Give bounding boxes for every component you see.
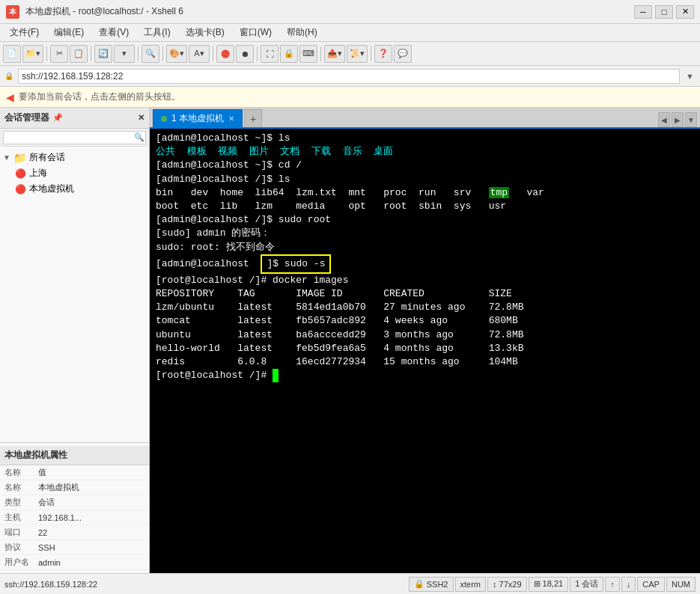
color-dropdown[interactable]: 🎨▾ [166,45,187,63]
hintbar: ◀ 要添加当前会话，点击左侧的箭头按钮。 [0,87,700,108]
transfer-dropdown[interactable]: 📤▾ [324,45,345,63]
prop-val-username: admin [34,555,149,570]
prop-val-host: 192.168.1... [34,510,149,525]
help-button[interactable]: ❓ [374,45,392,63]
lock-icon: 🔒 [3,70,15,82]
address-dropdown-arrow[interactable]: ▼ [683,70,697,82]
tab-local-vm[interactable]: 1 本地虚拟机 ✕ [153,109,243,127]
terminal-line-redis: redis 6.0.8 16ecd2772934 15 months ago 1… [156,355,694,369]
prop-key-port: 端口 [0,525,34,540]
scroll-down-button[interactable]: ↓ [621,577,636,592]
folder-icon: 📁 [13,152,26,164]
titlebar: 本 本地虚拟机 - root@localhost:/ - Xshell 6 ─ … [0,0,700,24]
terminal-line-5: bin dev home lib64 lzm.txt mnt proc run … [156,186,694,200]
terminal-line-4: [admin@localhost /]$ ls [156,173,694,186]
menubar-item-v[interactable]: 查看(V) [92,24,136,41]
session-item-local-vm[interactable]: 🔴 本地虚拟机 [0,181,149,197]
record-button[interactable]: ⏺ [236,45,254,63]
properties-table: 名称 值 名称 本地虚拟机 类型 会话 主机 192.168.1... [0,465,149,570]
menubar: 文件(F)编辑(E)查看(V)工具(I)选项卡(B)窗口(W)帮助(H) [0,24,700,42]
status-sessions: 1 会话 [570,577,603,592]
comment-button[interactable]: 💬 [394,45,412,63]
search-input[interactable] [3,131,146,144]
session-icon-1: 🔴 [15,168,26,179]
num-lock-label: NUM [672,580,690,589]
status-cap: CAP [637,577,665,592]
lock-button[interactable]: 🔒 [280,45,298,63]
reconnect-dropdown[interactable]: ▾ [114,45,135,63]
session-label-shanghai: 上海 [29,167,47,180]
status-items: 🔒 SSH2 xterm ↕ 77x29 ⊞ 18,21 1 会话 ↑ ↓ CA… [409,577,696,592]
tab-next-button[interactable]: ▶ [672,112,684,127]
fullscreen-button[interactable]: ⛶ [261,45,279,63]
tree-root-label: 所有会话 [29,151,65,164]
prop-row-host: 主机 192.168.1... [0,510,149,525]
open-dropdown[interactable]: 📁▾ [22,45,43,63]
new-session-button[interactable]: 📄 [3,45,21,63]
prop-row-protocol: 协议 SSH [0,540,149,555]
tab-close-icon[interactable]: ✕ [228,114,234,123]
prop-val-name-header: 值 [34,465,149,480]
toolbar-separator-3 [138,46,139,61]
sidebar-close-icon[interactable]: ✕ [138,113,144,123]
terminal-line-6: boot etc lib lzm media opt root sbin sys… [156,200,694,213]
scroll-up-button[interactable]: ↑ [605,577,620,592]
reconnect-button[interactable]: 🔄 [94,45,112,63]
keyboard-button[interactable]: ⌨ [299,45,317,63]
terminal-area: 1 本地虚拟机 ✕ + ◀ ▶ ▼ [admin@localhost ~]$ l… [150,108,700,573]
toolbar-separator-6 [257,46,258,61]
tab-prev-button[interactable]: ◀ [658,112,670,127]
toolbar-separator-8 [371,46,371,61]
terminal-size-label: ↕ 77x29 [493,580,522,589]
prop-row-name-header: 名称 值 [0,465,149,480]
terminal-line-3: [admin@localhost ~]$ cd / [156,159,694,172]
address-input[interactable] [18,69,680,84]
menubar-item-w[interactable]: 窗口(W) [233,24,279,41]
maximize-button[interactable]: □ [655,5,673,19]
menubar-item-b[interactable]: 选项卡(B) [179,24,231,41]
status-dimensions: ↕ 77x29 [487,577,527,592]
terminal[interactable]: [admin@localhost ~]$ ls 公共 模板 视频 图片 文档 下… [150,129,700,573]
minimize-button[interactable]: ─ [634,5,652,19]
statusbar: ssh://192.168.159.128:22 🔒 SSH2 xterm ↕ … [0,573,700,594]
status-ssh2: 🔒 SSH2 [409,577,454,592]
font-dropdown[interactable]: A▾ [189,45,210,63]
toolbar-separator-5 [213,46,213,61]
search-button[interactable]: 🔍 [141,45,159,63]
prop-row-port: 端口 22 [0,525,149,540]
prop-key-type: 类型 [0,495,34,510]
session-manager-label: 会话管理器 [4,111,49,124]
menubar-item-e[interactable]: 编辑(E) [47,24,91,41]
tree-root-item[interactable]: ▼ 📁 所有会话 [0,150,149,165]
terminal-line-ubuntu: ubuntu latest ba6acccedd29 3 months ago … [156,328,694,342]
toolbar-separator-1 [46,46,47,61]
search-icon: 🔍 [134,132,144,142]
status-position: ⊞ 18,21 [529,577,569,592]
close-button[interactable]: ✕ [676,5,694,19]
pin-icon[interactable]: 📌 [52,113,63,123]
session-tree: ▼ 📁 所有会话 🔴 上海 🔴 本地虚拟机 [0,147,149,442]
toolbar: 📄 📁▾ ✂ 📋 🔄 ▾ 🔍 🎨▾ A▾ ⬤ ⏺ ⛶ 🔒 ⌨ 📤▾ 📜▾ ❓ 💬 [0,42,700,66]
terminal-line-2: 公共 模板 视频 图片 文档 下载 音乐 桌面 [156,145,694,159]
cut-button[interactable]: ✂ [50,45,68,63]
terminal-line-11: [root@localhost /]# docker images [156,274,694,287]
menubar-item-i[interactable]: 工具(I) [137,24,177,41]
prop-row-name: 名称 本地虚拟机 [0,480,149,495]
hint-text: 要添加当前会话，点击左侧的箭头按钮。 [19,91,180,103]
copy-button[interactable]: 📋 [70,45,88,63]
menubar-item-h[interactable]: 帮助(H) [280,24,324,41]
session-item-shanghai[interactable]: 🔴 上海 [0,165,149,181]
window-title: 本地虚拟机 - root@localhost:/ - Xshell 6 [25,5,628,18]
cursor-position-label: ⊞ 18,21 [534,579,564,589]
add-tab-button[interactable]: + [244,109,262,127]
menubar-item-f[interactable]: 文件(F) [3,24,46,41]
tabs-bar: 1 本地虚拟机 ✕ + ◀ ▶ ▼ [150,108,700,129]
arrow-left-icon: ◀ [6,91,14,103]
main-area: 会话管理器 📌 ✕ 🔍 ▼ 📁 所有会话 🔴 上海 🔴 本地虚拟机 [0,108,700,573]
sidebar-search: 🔍 [0,129,149,147]
status-xterm: xterm [455,577,487,592]
tab-menu-button[interactable]: ▼ [685,112,697,127]
app-icon: 本 [6,5,19,19]
script-dropdown[interactable]: 📜▾ [347,45,368,63]
stop-button[interactable]: ⬤ [216,45,234,63]
